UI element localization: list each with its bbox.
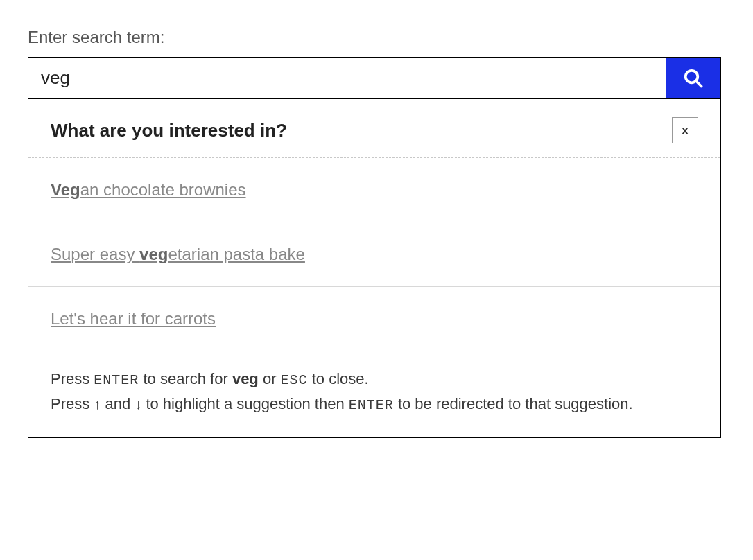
suggestion-link: Super easy vegetarian pasta bake [51, 245, 305, 263]
arrow-up-icon: ↑ [94, 396, 101, 412]
search-button[interactable] [666, 58, 720, 98]
suggestions-dropdown: What are you interested in? x Vegan choc… [28, 99, 721, 438]
dropdown-header: What are you interested in? x [28, 99, 720, 158]
suggestion-item[interactable]: Vegan chocolate brownies [28, 158, 720, 222]
arrow-down-icon: ↓ [135, 396, 141, 412]
search-row [28, 57, 721, 99]
search-label: Enter search term: [28, 28, 721, 47]
highlight: veg [139, 245, 168, 263]
suggestion-link: Let's hear it for carrots [51, 309, 216, 328]
highlight: Veg [51, 180, 80, 199]
instruction-line-1: Press ENTER to search for veg or ESC to … [51, 367, 698, 392]
svg-line-1 [696, 80, 702, 87]
key-enter: ENTER [349, 397, 394, 413]
suggestion-item[interactable]: Let's hear it for carrots [28, 287, 720, 351]
search-icon [683, 68, 704, 89]
svg-point-0 [686, 70, 698, 82]
suggestion-item[interactable]: Super easy vegetarian pasta bake [28, 222, 720, 287]
suggestion-link: Vegan chocolate brownies [51, 180, 246, 199]
search-input[interactable] [28, 58, 666, 98]
key-esc: ESC [281, 372, 308, 388]
keyboard-instructions: Press ENTER to search for veg or ESC to … [28, 351, 720, 437]
dropdown-title: What are you interested in? [51, 120, 287, 141]
close-button[interactable]: x [672, 117, 698, 143]
instruction-line-2: Press ↑ and ↓ to highlight a suggestion … [51, 392, 698, 417]
key-enter: ENTER [94, 372, 139, 388]
search-term: veg [232, 370, 259, 387]
search-container: Enter search term: What are you interest… [28, 28, 721, 438]
close-icon: x [682, 123, 689, 138]
